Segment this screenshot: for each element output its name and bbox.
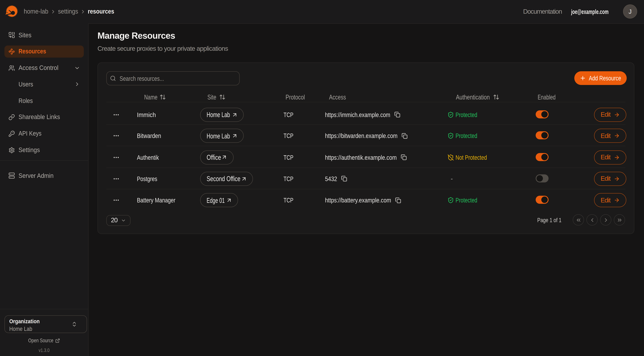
svg-text:Authentication: Authentication	[456, 93, 490, 101]
svg-text:https://authentik.example.com: https://authentik.example.com	[325, 154, 397, 161]
svg-text:Site: Site	[207, 93, 216, 101]
svg-text:Postgres: Postgres	[137, 175, 157, 182]
svg-text:home-lab: home-lab	[24, 8, 48, 15]
svg-text:TCP: TCP	[284, 175, 294, 182]
svg-text:Server Admin: Server Admin	[18, 172, 54, 179]
svg-text:Home Lab: Home Lab	[206, 111, 230, 119]
svg-text:v1.3.0: v1.3.0	[39, 347, 50, 353]
svg-text:Protected: Protected	[456, 132, 477, 140]
svg-text:Protocol: Protocol	[286, 93, 305, 101]
svg-text:https://immich.example.com: https://immich.example.com	[325, 111, 390, 118]
svg-text:Open Source: Open Source	[28, 337, 53, 344]
svg-text:5432: 5432	[325, 175, 337, 182]
svg-text:https://battery.example.com: https://battery.example.com	[325, 197, 391, 204]
svg-text:Second Office: Second Office	[206, 175, 240, 182]
svg-text:TCP: TCP	[284, 154, 294, 161]
svg-text:Organization: Organization	[9, 318, 40, 324]
svg-text:Access: Access	[329, 93, 346, 101]
svg-text:Resources: Resources	[18, 48, 46, 55]
svg-text:Protected: Protected	[456, 197, 477, 204]
svg-text:API Keys: API Keys	[18, 130, 42, 137]
svg-text:Shareable Links: Shareable Links	[18, 114, 60, 120]
svg-text:Page 1 of 1: Page 1 of 1	[537, 217, 562, 224]
svg-text:Home Lab: Home Lab	[206, 132, 230, 140]
svg-text:https://bitwarden.example.com: https://bitwarden.example.com	[325, 132, 398, 140]
svg-text:Home Lab: Home Lab	[9, 326, 32, 332]
svg-text:resources: resources	[88, 8, 114, 15]
svg-text:Enabled: Enabled	[538, 93, 556, 101]
svg-text:Access Control: Access Control	[18, 64, 58, 71]
svg-text:Protected: Protected	[456, 111, 477, 118]
svg-text:Authentik: Authentik	[137, 154, 159, 161]
svg-text:TCP: TCP	[284, 132, 294, 140]
svg-text:Sites: Sites	[18, 31, 32, 38]
svg-text:Settings: Settings	[18, 146, 40, 154]
svg-text:Bitwarden: Bitwarden	[137, 132, 161, 140]
svg-text:Edge 01: Edge 01	[206, 196, 224, 204]
svg-text:TCP: TCP	[284, 111, 294, 118]
svg-text:Search resources...: Search resources...	[120, 75, 164, 82]
svg-text:Name: Name	[144, 93, 157, 101]
svg-text:Roles: Roles	[18, 97, 33, 104]
svg-text:Immich: Immich	[137, 111, 156, 118]
svg-text:Not Protected: Not Protected	[456, 154, 487, 161]
svg-text:TCP: TCP	[284, 197, 294, 204]
svg-text:Office: Office	[206, 153, 221, 161]
svg-text:settings: settings	[58, 8, 78, 15]
svg-text:Add Resource: Add Resource	[589, 74, 621, 82]
svg-text:joe@example.com: joe@example.com	[571, 8, 608, 15]
svg-text:Battery Manager: Battery Manager	[137, 197, 176, 204]
svg-text:Users: Users	[18, 80, 33, 88]
